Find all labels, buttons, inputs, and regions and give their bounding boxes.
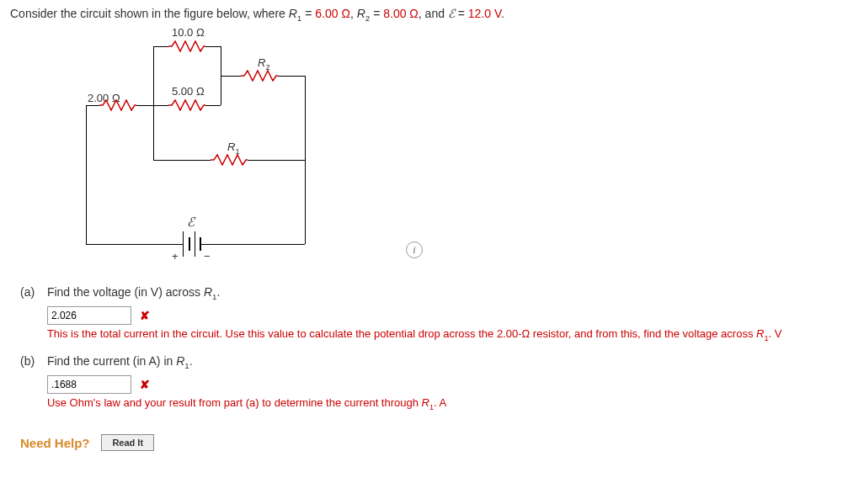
part-a-prompt: Find the voltage (in V) across R1. (47, 285, 830, 301)
part-b: (b) Find the current (in A) in R1. ✘ Use… (20, 354, 838, 412)
label-r1: R1 (227, 141, 239, 156)
intro-text: Consider the circuit shown in the figure… (10, 7, 289, 20)
label-r2: R2 (258, 56, 269, 72)
question-intro: Consider the circuit shown in the figure… (10, 7, 838, 23)
intro-end: . (501, 7, 504, 20)
resistor-r2 (241, 70, 278, 82)
eq3: = (455, 7, 468, 20)
part-b-feedback: Use Ohm's law and your result from part … (47, 395, 830, 412)
part-a-input[interactable] (47, 306, 131, 325)
info-icon[interactable]: i (406, 241, 423, 258)
part-a-feedback: This is the total current in the circuit… (47, 326, 830, 343)
eq1: = (301, 7, 315, 20)
r1-var: R (289, 7, 297, 20)
resistor-5ohm (168, 99, 205, 111)
wrong-icon: ✘ (140, 309, 150, 322)
label-10ohm: 10.0 Ω (172, 26, 205, 39)
part-a-label: (a) (20, 285, 44, 299)
r1-value: 6.00 Ω (315, 7, 350, 20)
eq2: = (370, 7, 383, 20)
resistor-r1 (211, 154, 248, 166)
part-a: (a) Find the voltage (in V) across R1. ✘… (20, 285, 838, 343)
resistor-2ohm (99, 99, 136, 111)
sep2: , and (419, 7, 448, 20)
wrong-icon: ✘ (140, 378, 150, 391)
emf-value: 12.0 V (468, 7, 501, 20)
circuit-diagram: 10.0 Ω 5.00 Ω 2.00 Ω R2 R1 ℰ (69, 29, 372, 273)
battery-minus: − (204, 250, 211, 263)
emf-symbol: ℰ (448, 8, 455, 20)
resistor-10ohm (168, 40, 205, 52)
label-5ohm: 5.00 Ω (172, 85, 205, 98)
read-it-button[interactable]: Read It (101, 434, 154, 451)
need-help-row: Need Help? Read It (20, 434, 838, 451)
part-b-label: (b) (20, 354, 44, 368)
part-b-prompt: Find the current (in A) in R1. (47, 354, 830, 370)
part-b-input[interactable] (47, 375, 131, 394)
label-emf: ℰ (187, 215, 195, 230)
r2-value: 8.00 Ω (383, 7, 419, 20)
need-help-label: Need Help? (20, 436, 90, 450)
sep1: , (350, 7, 357, 20)
battery-plus: + (172, 250, 179, 263)
r2-var: R (357, 7, 365, 20)
